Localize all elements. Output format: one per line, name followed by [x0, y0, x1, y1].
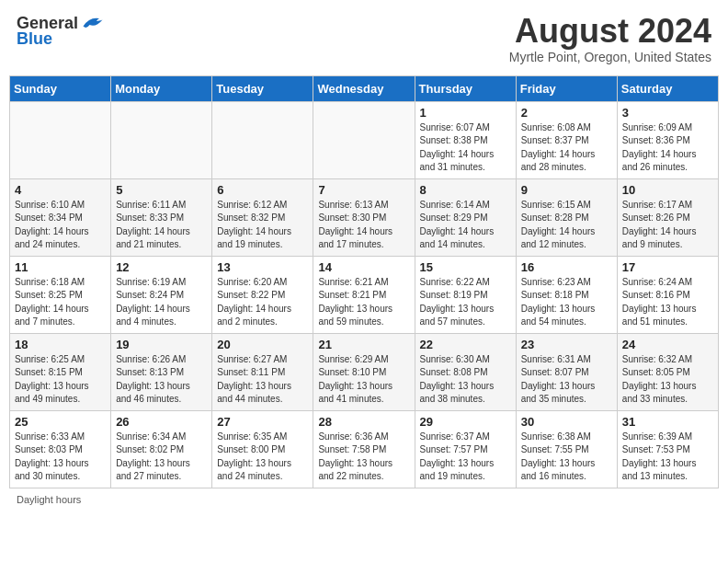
calendar-cell	[313, 101, 415, 178]
day-info: Sunrise: 6:24 AM Sunset: 8:16 PM Dayligh…	[622, 276, 713, 329]
calendar-cell: 22Sunrise: 6:30 AM Sunset: 8:08 PM Dayli…	[415, 333, 516, 410]
calendar-cell: 6Sunrise: 6:12 AM Sunset: 8:32 PM Daylig…	[212, 178, 313, 256]
calendar-day-header: Sunday	[10, 75, 111, 101]
day-number: 21	[318, 338, 409, 351]
day-number: 17	[622, 260, 713, 274]
day-info: Sunrise: 6:10 AM Sunset: 8:34 PM Dayligh…	[15, 199, 106, 252]
day-number: 6	[217, 183, 308, 197]
calendar-cell: 13Sunrise: 6:20 AM Sunset: 8:22 PM Dayli…	[212, 256, 313, 333]
day-info: Sunrise: 6:11 AM Sunset: 8:33 PM Dayligh…	[116, 199, 207, 252]
day-number: 28	[318, 415, 409, 429]
day-number: 20	[217, 338, 308, 351]
calendar-cell: 9Sunrise: 6:15 AM Sunset: 8:28 PM Daylig…	[516, 178, 617, 256]
day-number: 9	[521, 183, 612, 197]
day-info: Sunrise: 6:13 AM Sunset: 8:30 PM Dayligh…	[318, 199, 409, 252]
calendar-cell: 4Sunrise: 6:10 AM Sunset: 8:34 PM Daylig…	[10, 178, 111, 256]
calendar-cell: 15Sunrise: 6:22 AM Sunset: 8:19 PM Dayli…	[415, 256, 516, 333]
calendar-cell: 16Sunrise: 6:23 AM Sunset: 8:18 PM Dayli…	[516, 256, 617, 333]
calendar-cell: 11Sunrise: 6:18 AM Sunset: 8:25 PM Dayli…	[10, 256, 111, 333]
day-info: Sunrise: 6:39 AM Sunset: 7:53 PM Dayligh…	[622, 431, 713, 484]
day-info: Sunrise: 6:20 AM Sunset: 8:22 PM Dayligh…	[217, 276, 308, 329]
calendar-cell: 1Sunrise: 6:07 AM Sunset: 8:38 PM Daylig…	[415, 101, 516, 178]
calendar-cell: 23Sunrise: 6:31 AM Sunset: 8:07 PM Dayli…	[516, 333, 617, 410]
title-area: August 2024 Myrtle Point, Oregon, United…	[509, 13, 711, 64]
logo: General Blue	[17, 13, 106, 49]
calendar-cell: 18Sunrise: 6:25 AM Sunset: 8:15 PM Dayli…	[10, 333, 111, 410]
day-number: 15	[420, 260, 511, 274]
day-number: 8	[420, 183, 511, 197]
day-info: Sunrise: 6:08 AM Sunset: 8:37 PM Dayligh…	[521, 121, 612, 175]
calendar-day-header: Saturday	[617, 75, 718, 101]
day-number: 23	[521, 338, 612, 351]
calendar-cell: 5Sunrise: 6:11 AM Sunset: 8:33 PM Daylig…	[111, 178, 212, 256]
day-number: 30	[521, 415, 612, 429]
calendar-cell: 10Sunrise: 6:17 AM Sunset: 8:26 PM Dayli…	[617, 178, 718, 256]
calendar-cell: 12Sunrise: 6:19 AM Sunset: 8:24 PM Dayli…	[111, 256, 212, 333]
day-number: 11	[15, 260, 106, 274]
calendar-cell: 17Sunrise: 6:24 AM Sunset: 8:16 PM Dayli…	[617, 256, 718, 333]
day-number: 26	[116, 415, 207, 429]
day-info: Sunrise: 6:35 AM Sunset: 8:00 PM Dayligh…	[217, 431, 308, 484]
day-info: Sunrise: 6:18 AM Sunset: 8:25 PM Dayligh…	[15, 276, 106, 329]
day-number: 29	[420, 415, 511, 429]
logo-bird-icon	[80, 13, 106, 33]
day-number: 14	[318, 260, 409, 274]
day-info: Sunrise: 6:14 AM Sunset: 8:29 PM Dayligh…	[420, 199, 511, 252]
calendar-cell: 31Sunrise: 6:39 AM Sunset: 7:53 PM Dayli…	[617, 410, 718, 488]
calendar-week-row: 4Sunrise: 6:10 AM Sunset: 8:34 PM Daylig…	[10, 178, 719, 256]
calendar-day-header: Monday	[111, 75, 212, 101]
calendar-cell: 20Sunrise: 6:27 AM Sunset: 8:11 PM Dayli…	[212, 333, 313, 410]
calendar-cell: 21Sunrise: 6:29 AM Sunset: 8:10 PM Dayli…	[313, 333, 415, 410]
day-number: 10	[622, 183, 713, 197]
day-number: 13	[217, 260, 308, 274]
subtitle: Myrtle Point, Oregon, United States	[509, 50, 711, 64]
day-number: 19	[116, 338, 207, 351]
day-number: 4	[15, 183, 106, 197]
day-info: Sunrise: 6:07 AM Sunset: 8:38 PM Dayligh…	[420, 121, 511, 175]
calendar-week-row: 25Sunrise: 6:33 AM Sunset: 8:03 PM Dayli…	[10, 410, 719, 488]
day-info: Sunrise: 6:09 AM Sunset: 8:36 PM Dayligh…	[622, 121, 713, 175]
day-info: Sunrise: 6:32 AM Sunset: 8:05 PM Dayligh…	[622, 353, 713, 407]
day-info: Sunrise: 6:21 AM Sunset: 8:21 PM Dayligh…	[318, 276, 409, 329]
calendar-cell: 25Sunrise: 6:33 AM Sunset: 8:03 PM Dayli…	[10, 410, 111, 488]
calendar-cell: 19Sunrise: 6:26 AM Sunset: 8:13 PM Dayli…	[111, 333, 212, 410]
calendar-cell: 29Sunrise: 6:37 AM Sunset: 7:57 PM Dayli…	[415, 410, 516, 488]
day-number: 2	[521, 106, 612, 120]
calendar-cell: 30Sunrise: 6:38 AM Sunset: 7:55 PM Dayli…	[516, 410, 617, 488]
calendar-cell	[10, 101, 111, 178]
day-info: Sunrise: 6:36 AM Sunset: 7:58 PM Dayligh…	[318, 431, 409, 484]
calendar-week-row: 1Sunrise: 6:07 AM Sunset: 8:38 PM Daylig…	[10, 101, 719, 178]
day-info: Sunrise: 6:37 AM Sunset: 7:57 PM Dayligh…	[420, 431, 511, 484]
day-number: 3	[622, 106, 713, 120]
day-number: 22	[420, 338, 511, 351]
day-number: 31	[622, 415, 713, 429]
calendar-cell: 8Sunrise: 6:14 AM Sunset: 8:29 PM Daylig…	[415, 178, 516, 256]
main-title: August 2024	[509, 13, 711, 50]
day-info: Sunrise: 6:33 AM Sunset: 8:03 PM Dayligh…	[15, 431, 106, 484]
logo-blue-text: Blue	[17, 29, 52, 49]
calendar-week-row: 11Sunrise: 6:18 AM Sunset: 8:25 PM Dayli…	[10, 256, 719, 333]
calendar-cell	[111, 101, 212, 178]
calendar-day-header: Wednesday	[313, 75, 415, 101]
day-number: 1	[420, 106, 511, 120]
day-info: Sunrise: 6:34 AM Sunset: 8:02 PM Dayligh…	[116, 431, 207, 484]
day-info: Sunrise: 6:38 AM Sunset: 7:55 PM Dayligh…	[521, 431, 612, 484]
day-number: 27	[217, 415, 308, 429]
calendar-cell: 28Sunrise: 6:36 AM Sunset: 7:58 PM Dayli…	[313, 410, 415, 488]
day-number: 16	[521, 260, 612, 274]
day-number: 25	[15, 415, 106, 429]
day-info: Sunrise: 6:27 AM Sunset: 8:11 PM Dayligh…	[217, 353, 308, 407]
day-info: Sunrise: 6:25 AM Sunset: 8:15 PM Dayligh…	[15, 353, 106, 407]
day-number: 24	[622, 338, 713, 351]
calendar-cell: 2Sunrise: 6:08 AM Sunset: 8:37 PM Daylig…	[516, 101, 617, 178]
calendar-cell: 27Sunrise: 6:35 AM Sunset: 8:00 PM Dayli…	[212, 410, 313, 488]
day-info: Sunrise: 6:26 AM Sunset: 8:13 PM Dayligh…	[116, 353, 207, 407]
footer-note: Daylight hours	[9, 494, 719, 505]
day-info: Sunrise: 6:12 AM Sunset: 8:32 PM Dayligh…	[217, 199, 308, 252]
day-number: 18	[15, 338, 106, 351]
calendar: SundayMondayTuesdayWednesdayThursdayFrid…	[9, 75, 719, 488]
calendar-cell: 7Sunrise: 6:13 AM Sunset: 8:30 PM Daylig…	[313, 178, 415, 256]
calendar-header-row: SundayMondayTuesdayWednesdayThursdayFrid…	[10, 75, 719, 101]
day-info: Sunrise: 6:30 AM Sunset: 8:08 PM Dayligh…	[420, 353, 511, 407]
calendar-day-header: Friday	[516, 75, 617, 101]
